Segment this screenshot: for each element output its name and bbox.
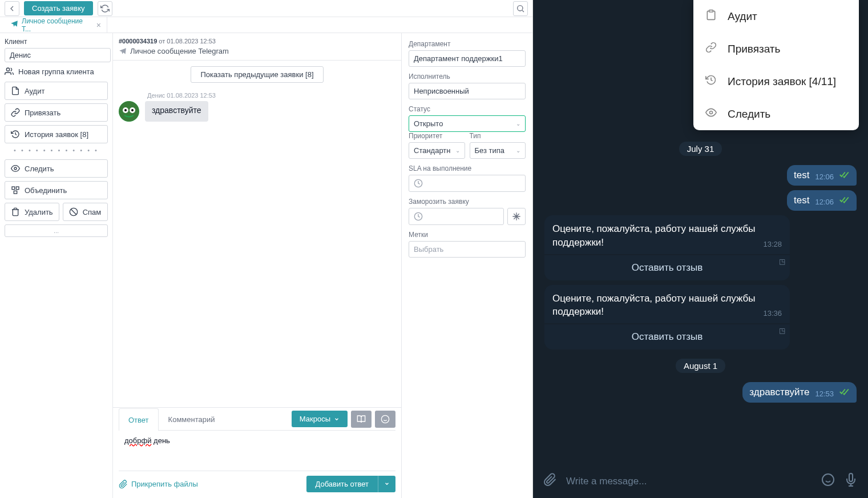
emoji-icon[interactable] <box>821 473 835 490</box>
sla-label: SLA на выполнение <box>409 164 526 172</box>
priority-label: Приоритет <box>409 132 465 140</box>
svg-point-13 <box>381 415 389 423</box>
external-link-icon: ◳ <box>779 327 785 335</box>
tg-menu-audit[interactable]: Аудит <box>693 0 859 33</box>
ticket-tab[interactable]: Личное сообщение Т... × <box>5 17 107 33</box>
microphone-icon[interactable] <box>844 473 858 490</box>
sidebar-history-button[interactable]: История заявок [8] <box>5 125 108 143</box>
incoming-message-group[interactable]: Оцените, пожалуйста, работу нашей службы… <box>544 215 790 280</box>
outgoing-message[interactable]: здравствуйте 12:53 <box>742 382 857 403</box>
snowflake-icon <box>512 212 521 221</box>
sidebar-merge-button[interactable]: Объединить <box>5 181 108 199</box>
date-separator: August 1 <box>676 359 725 373</box>
history-icon <box>705 74 717 89</box>
tg-menu-link[interactable]: Привязать <box>693 33 859 65</box>
telegram-pane: Аудит Привязать История заявок [4/11] Сл… <box>533 0 868 498</box>
svg-point-18 <box>822 474 834 485</box>
link-icon <box>705 42 717 56</box>
follow-label: Следить <box>25 164 54 173</box>
tab-title: Личное сообщение Т... <box>22 17 93 33</box>
show-previous-tickets-button[interactable]: Показать предыдущие заявки [8] <box>191 66 323 83</box>
macros-button[interactable]: Макросы <box>292 411 348 427</box>
macros-label: Макросы <box>300 415 330 423</box>
date-separator: July 31 <box>679 142 722 156</box>
double-check-icon <box>839 196 850 206</box>
status-select[interactable]: Открыто ⌄ <box>409 115 526 132</box>
svg-rect-4 <box>12 187 15 190</box>
ticket-meta: от 01.08.2023 12:53 <box>159 38 216 45</box>
sidebar-dots: • • • • • • • • • • • • <box>5 147 108 154</box>
send-reply-button[interactable]: Добавить ответ <box>306 476 378 492</box>
client-label: Клиент <box>5 38 108 46</box>
reply-area: Ответ Комментарий Макросы добрфй день <box>113 407 401 498</box>
reply-textarea[interactable]: добрфй день <box>119 431 395 471</box>
reply-tab-comment[interactable]: Комментарий <box>159 408 225 430</box>
sla-input[interactable] <box>409 175 526 192</box>
clock-icon <box>414 179 423 188</box>
send-options-button[interactable] <box>378 476 395 492</box>
tab-close-icon[interactable]: × <box>96 21 101 30</box>
attach-icon[interactable] <box>543 473 557 490</box>
avatar <box>119 101 139 122</box>
sidebar-link-button[interactable]: Привязать <box>5 103 108 122</box>
create-ticket-button[interactable]: Создать заявку <box>24 1 93 15</box>
svg-point-2 <box>6 68 9 71</box>
back-button[interactable] <box>5 1 19 16</box>
conversation-title: Личное сообщение Telegram <box>130 47 229 55</box>
attach-files-button[interactable]: Прикрепить файлы <box>119 480 198 489</box>
inline-button-feedback[interactable]: Оставить отзыв ◳ <box>544 324 790 350</box>
department-select[interactable]: Департамент поддержки1 <box>409 50 526 67</box>
sidebar-spam-button[interactable]: Спам <box>63 203 108 221</box>
double-check-icon <box>839 171 850 181</box>
emoji-button[interactable] <box>375 411 395 428</box>
ticket-id: #0000034319 <box>119 38 157 45</box>
client-name-input[interactable] <box>5 48 111 62</box>
delete-label: Удалить <box>25 208 53 216</box>
tg-menu-history[interactable]: История заявок [4/11] <box>693 65 859 98</box>
outgoing-message[interactable]: test 12:06 <box>787 165 857 186</box>
freeze-label: Заморозить заявку <box>409 198 526 206</box>
search-button[interactable] <box>513 1 528 16</box>
svg-point-8 <box>119 101 139 122</box>
knowledge-base-button[interactable] <box>351 411 372 428</box>
svg-rect-6 <box>14 191 17 194</box>
priority-select[interactable]: Стандартн ⌄ <box>409 142 465 159</box>
sidebar-more-button[interactable]: ... <box>5 224 108 237</box>
incoming-message: Оцените, пожалуйста, работу нашей службы… <box>544 215 790 254</box>
svg-point-3 <box>14 167 17 170</box>
message-meta: Денис 01.08.2023 12:53 <box>147 92 395 99</box>
sidebar-follow-button[interactable]: Следить <box>5 159 108 178</box>
type-label: Тип <box>470 132 526 140</box>
refresh-button[interactable] <box>98 1 112 16</box>
freeze-input[interactable] <box>409 208 504 225</box>
properties-panel: Департамент Департамент поддержки1 Испол… <box>401 33 532 498</box>
new-client-group[interactable]: Новая группа клиента <box>5 67 108 76</box>
conversation-header: #0000034319 от 01.08.2023 12:53 Личное с… <box>113 33 401 61</box>
sidebar-audit-button[interactable]: Аудит <box>5 82 108 100</box>
svg-rect-5 <box>16 187 19 190</box>
merge-label: Объединить <box>25 186 67 195</box>
new-group-label: Новая группа клиента <box>18 67 94 76</box>
message-input[interactable] <box>566 476 812 487</box>
tab-bar: Личное сообщение Т... × <box>0 17 532 33</box>
incoming-message-group[interactable]: Оцените, пожалуйста, работу нашей службы… <box>544 285 790 350</box>
type-select[interactable]: Без типа ⌄ <box>470 142 526 159</box>
tg-menu-follow[interactable]: Следить <box>693 98 859 130</box>
department-label: Департамент <box>409 40 526 48</box>
freeze-snowflake-button[interactable] <box>507 208 526 225</box>
header-bar: Создать заявку <box>0 0 532 17</box>
assignee-select[interactable]: Неприсвоенный <box>409 83 526 99</box>
external-link-icon: ◳ <box>779 258 785 266</box>
helpdesk-pane: Создать заявку Личное сообщение Т... × К… <box>0 0 533 498</box>
reply-footer: Прикрепить файлы Добавить ответ <box>119 471 395 492</box>
sidebar-delete-button[interactable]: Удалить <box>5 203 59 221</box>
spam-label: Спам <box>83 208 102 216</box>
chevron-down-icon: ⌄ <box>455 147 460 154</box>
link-label: Привязать <box>25 109 60 117</box>
tags-select[interactable]: Выбрать <box>409 241 526 258</box>
inline-button-feedback[interactable]: Оставить отзыв ◳ <box>544 255 790 280</box>
chevron-down-icon: ⌄ <box>516 121 520 127</box>
outgoing-message[interactable]: test 12:06 <box>787 190 857 211</box>
audit-label: Аудит <box>25 87 45 95</box>
reply-tab-answer[interactable]: Ответ <box>119 408 159 431</box>
